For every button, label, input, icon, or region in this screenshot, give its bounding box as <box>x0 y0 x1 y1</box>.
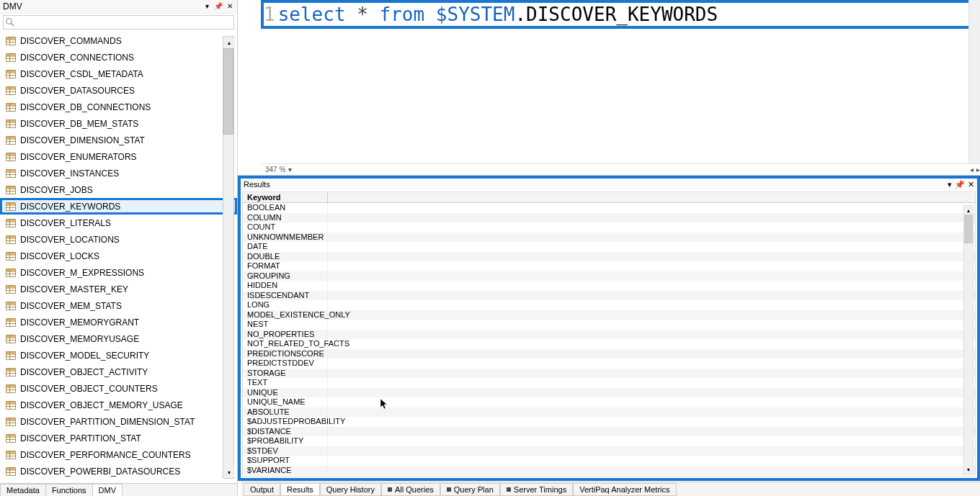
dmv-item-discover_memorygrant[interactable]: DISCOVER_MEMORYGRANT <box>0 314 237 330</box>
results-dropdown-icon[interactable]: ▾ <box>948 180 952 189</box>
grid-row[interactable]: NEST <box>243 320 975 330</box>
scroll-up-icon[interactable]: ▴ <box>223 37 235 48</box>
dmv-item-discover_memoryusage[interactable]: DISCOVER_MEMORYUSAGE <box>0 330 237 347</box>
col-header-rest[interactable] <box>328 192 975 202</box>
grid-row[interactable]: UNKNOWNMEMBER <box>243 233 975 243</box>
cell-rest <box>328 252 975 262</box>
grid-row[interactable]: DOUBLE <box>243 252 975 262</box>
dmv-item-discover_datasources[interactable]: DISCOVER_DATASOURCES <box>0 82 237 99</box>
left-tab-functions[interactable]: Functions <box>45 484 93 496</box>
panel-close-icon[interactable]: ✕ <box>226 2 234 11</box>
output-tab-all-queries[interactable]: All Queries <box>381 483 440 496</box>
dmv-search-input[interactable] <box>17 16 233 29</box>
dmv-item-discover_master_key[interactable]: DISCOVER_MASTER_KEY <box>0 281 237 297</box>
grid-row[interactable]: PREDICTSTDDEV <box>243 359 975 369</box>
dmv-tree[interactable]: DISCOVER_COMMANDSDISCOVER_CONNECTIONSDIS… <box>0 31 237 483</box>
grid-row[interactable]: FORMAT <box>243 261 975 271</box>
grid-row[interactable]: UNIQUE <box>243 388 975 398</box>
dmv-item-discover_jobs[interactable]: DISCOVER_JOBS <box>0 181 237 198</box>
grid-row[interactable]: NO_PROPERTIES <box>243 330 975 340</box>
grid-row[interactable]: LONG <box>243 300 975 310</box>
grid-row[interactable]: $PROBABILITY <box>243 436 975 446</box>
hscroll-left-icon[interactable]: ◂ <box>970 166 974 173</box>
grid-row[interactable]: TEXT <box>243 378 975 388</box>
output-tab-output[interactable]: Output <box>244 483 280 496</box>
dmv-item-discover_partition_dimension_stat[interactable]: DISCOVER_PARTITION_DIMENSION_STAT <box>0 413 237 430</box>
hscroll-right-icon[interactable]: ▸ <box>976 166 980 173</box>
left-tab-metadata[interactable]: Metadata <box>0 484 46 496</box>
panel-dropdown-icon[interactable]: ▾ <box>202 2 211 11</box>
grid-row[interactable]: $DISTANCE <box>243 427 975 437</box>
grid-row[interactable]: DATE <box>243 242 975 252</box>
dmv-item-discover_locks[interactable]: DISCOVER_LOCKS <box>0 248 237 264</box>
grid-row[interactable]: PREDICTIONSCORE <box>243 349 975 359</box>
grid-row[interactable]: COLUMN <box>243 213 975 223</box>
grid-row[interactable]: ABSOLUTE <box>243 407 975 418</box>
grid-row[interactable]: $ADJUSTEDPROBABILITY <box>243 417 975 427</box>
scroll-thumb[interactable] <box>223 48 233 135</box>
grid-row[interactable]: MODEL_EXISTENCE_ONLY <box>243 310 975 320</box>
dmv-item-discover_mem_stats[interactable]: DISCOVER_MEM_STATS <box>0 297 237 314</box>
dmv-item-discover_commands[interactable]: DISCOVER_COMMANDS <box>0 32 237 49</box>
table-icon <box>6 418 16 426</box>
grid-scroll-up-icon[interactable]: ▴ <box>964 206 973 215</box>
output-tab-query-plan[interactable]: Query Plan <box>440 483 500 496</box>
dmv-item-discover_object_activity[interactable]: DISCOVER_OBJECT_ACTIVITY <box>0 364 237 380</box>
output-tab-vertipaq-analyzer-metrics[interactable]: VertiPaq Analyzer Metrics <box>573 483 676 496</box>
left-tab-dmv[interactable]: DMV <box>92 484 122 496</box>
grid-scroll-thumb[interactable] <box>964 215 973 243</box>
grid-row[interactable]: STORAGE <box>243 369 975 379</box>
col-header-keyword[interactable]: Keyword <box>243 192 328 202</box>
grid-row[interactable]: HIDDEN <box>243 281 975 291</box>
dmv-item-discover_enumerators[interactable]: DISCOVER_ENUMERATORS <box>0 148 237 165</box>
dmv-item-discover_partition_stat[interactable]: DISCOVER_PARTITION_STAT <box>0 430 237 446</box>
cell-keyword: NOT_RELATED_TO_FACTS <box>243 339 328 349</box>
grid-row[interactable]: $STDEV <box>243 446 975 456</box>
grid-row[interactable]: $VARIANCE <box>243 466 975 476</box>
grid-body[interactable]: BOOLEANCOLUMNCOUNTUNKNOWNMEMBERDATEDOUBL… <box>243 203 975 475</box>
output-tab-results[interactable]: Results <box>280 483 320 496</box>
results-close-icon[interactable]: ✕ <box>968 180 974 189</box>
output-tab-server-timings[interactable]: Server Timings <box>500 483 573 496</box>
dmv-item-discover_literals[interactable]: DISCOVER_LITERALS <box>0 215 237 231</box>
table-icon <box>6 252 16 261</box>
dmv-item-discover_performance_counters[interactable]: DISCOVER_PERFORMANCE_COUNTERS <box>0 446 237 463</box>
zoom-dropdown-icon[interactable]: ▾ <box>288 166 292 173</box>
cell-keyword: COUNT <box>243 222 328 233</box>
grid-row[interactable]: NOT_RELATED_TO_FACTS <box>243 339 975 349</box>
results-grid[interactable]: Keyword BOOLEANCOLUMNCOUNTUNKNOWNMEMBERD… <box>242 191 976 477</box>
grid-row[interactable]: BOOLEAN <box>243 203 975 213</box>
dmv-item-discover_powerbi_datasources[interactable]: DISCOVER_POWERBI_DATASOURCES <box>0 463 237 479</box>
grid-row[interactable]: UNIQUE_NAME <box>243 397 975 407</box>
dmv-item-discover_connections[interactable]: DISCOVER_CONNECTIONS <box>0 49 237 66</box>
cell-keyword: $ADJUSTEDPROBABILITY <box>243 417 328 427</box>
dmv-item-discover_csdl_metadata[interactable]: DISCOVER_CSDL_METADATA <box>0 66 237 82</box>
dmv-item-discover_object_memory_usage[interactable]: DISCOVER_OBJECT_MEMORY_USAGE <box>0 397 237 413</box>
dmv-item-discover_keywords[interactable]: DISCOVER_KEYWORDS <box>0 198 237 215</box>
dmv-item-discover_locations[interactable]: DISCOVER_LOCATIONS <box>0 231 237 248</box>
dmv-panel: DMV ▾ 📌 ✕ DISCOVER_COMMANDSDISCOVER_CONN… <box>0 0 238 496</box>
grid-row[interactable]: GROUPING <box>243 271 975 281</box>
dmv-item-discover_db_connections[interactable]: DISCOVER_DB_CONNECTIONS <box>0 99 237 115</box>
grid-row[interactable]: ISDESCENDANT <box>243 291 975 301</box>
output-tab-query-history[interactable]: Query History <box>320 483 381 496</box>
cell-rest <box>328 320 975 330</box>
dmv-item-discover_m_expressions[interactable]: DISCOVER_M_EXPRESSIONS <box>0 264 237 281</box>
grid-row[interactable]: $SUPPORT <box>243 456 975 466</box>
panel-pin-icon[interactable]: 📌 <box>214 2 223 11</box>
results-pin-icon[interactable]: 📌 <box>955 180 965 189</box>
dmv-item-discover_instances[interactable]: DISCOVER_INSTANCES <box>0 165 237 181</box>
dmv-item-discover_model_security[interactable]: DISCOVER_MODEL_SECURITY <box>0 347 237 364</box>
grid-scroll-down-icon[interactable]: ▾ <box>964 465 973 474</box>
cell-keyword: GROUPING <box>243 271 328 281</box>
dmv-item-discover_object_counters[interactable]: DISCOVER_OBJECT_COUNTERS <box>0 380 237 397</box>
dmv-item-label: DISCOVER_PERFORMANCE_COUNTERS <box>20 450 191 460</box>
editor-scrollbar[interactable] <box>968 0 980 164</box>
sql-editor[interactable]: 1 select * from $SYSTEM . DISCOVER_KEYWO… <box>238 0 980 176</box>
scroll-down-icon[interactable]: ▾ <box>223 466 235 478</box>
grid-scrollbar[interactable]: ▴ ▾ <box>963 205 974 474</box>
dmv-item-discover_db_mem_stats[interactable]: DISCOVER_DB_MEM_STATS <box>0 115 237 132</box>
dmv-item-discover_dimension_stat[interactable]: DISCOVER_DIMENSION_STAT <box>0 132 237 148</box>
grid-row[interactable]: COUNT <box>243 222 975 233</box>
dmv-scrollbar[interactable]: ▴ ▾ <box>223 36 234 479</box>
